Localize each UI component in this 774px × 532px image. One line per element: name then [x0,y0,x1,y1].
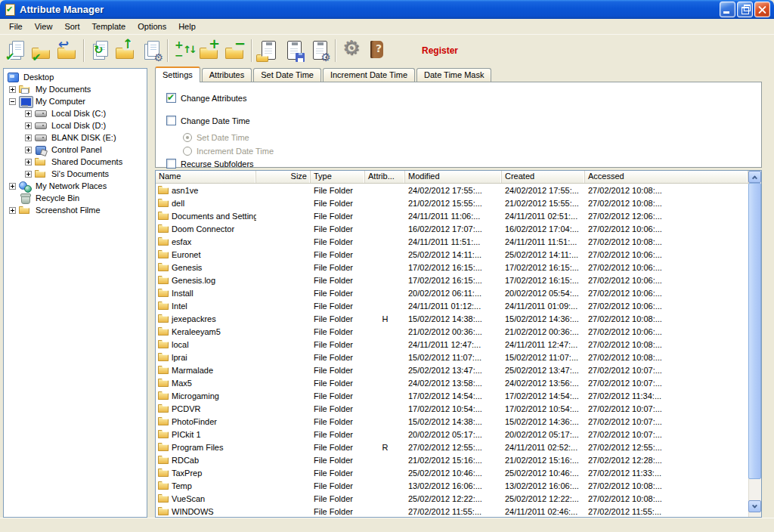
add-folder-button[interactable] [197,37,222,64]
table-row[interactable]: WINDOWS File Folder 27/02/2012 11:55:...… [156,505,748,517]
tree-toggle[interactable] [9,183,16,190]
change-attributes-checkbox[interactable] [166,93,176,103]
table-row[interactable]: PICkit 1 File Folder 20/02/2012 05:17:..… [156,428,748,441]
table-row[interactable]: local File Folder 24/11/2011 12:47:... 2… [156,338,748,351]
file-type-cell: File Folder [311,469,365,478]
column-header-attrib[interactable]: Attrib... [365,171,405,183]
tree-toggle[interactable] [9,86,16,93]
file-name: PhotoFinder [172,417,217,426]
tab-settings[interactable]: Settings [155,66,200,82]
toolbar-button-icon [113,39,138,62]
menu-help[interactable]: Help [172,20,202,32]
tree-toggle[interactable] [25,159,32,165]
table-row[interactable]: esfax File Folder 24/11/2011 11:51:... 2… [156,235,748,248]
table-row[interactable]: Max5 File Folder 24/02/2012 13:58:... 24… [156,376,748,389]
table-row[interactable]: PCDVR File Folder 17/02/2012 10:54:... 1… [156,402,748,415]
tree-item-screenshot-filme[interactable]: Screenshot Filme [5,204,147,216]
table-row[interactable]: Doom Connector File Folder 16/02/2012 17… [156,222,748,235]
menu-sort[interactable]: Sort [58,20,85,32]
table-row[interactable]: Install File Folder 20/02/2012 06:11:...… [156,286,748,299]
table-row[interactable]: asn1ve File Folder 24/02/2012 17:55:... … [156,184,748,196]
tree-toggle[interactable] [25,147,32,153]
scroll-up-button[interactable] [748,171,761,183]
table-row[interactable]: Program Files File Folder R 27/02/2012 1… [156,441,748,453]
minimize-button[interactable] [720,2,735,17]
scrollbar-thumb[interactable] [748,183,761,479]
tree-item-local-disk-c[interactable]: Local Disk (C:) [5,107,147,119]
table-row[interactable]: jexepackres File Folder H 15/02/2012 14:… [156,312,748,325]
table-row[interactable]: Genesis File Folder 17/02/2012 16:15:...… [156,261,748,274]
paste-to-folder-button[interactable] [255,37,280,64]
tree-item-my-computer[interactable]: My Computer [5,95,147,107]
table-row[interactable]: lprai File Folder 15/02/2012 11:07:... 1… [156,351,748,363]
refresh-button[interactable] [87,37,113,64]
recurse-subfolders-checkbox[interactable] [166,159,176,169]
file-name-cell: Genesis.log [156,276,256,285]
restore-button[interactable] [737,2,753,17]
tree-item-shared-documents[interactable]: Shared Documents [5,156,147,168]
column-header-name[interactable]: Name [156,171,256,183]
table-row[interactable]: Euronet File Folder 25/02/2012 14:11:...… [156,248,748,261]
register-link[interactable]: Register [422,45,458,56]
file-name: Doom Connector [172,224,234,234]
menu-view[interactable]: View [29,20,59,32]
options-button[interactable] [339,37,364,64]
file-name: dell [172,199,184,208]
apply-folder-changes-button[interactable] [29,37,54,64]
tree-toggle[interactable] [25,135,32,141]
apply-file-changes-button[interactable] [3,37,29,64]
undo-changes-button[interactable] [54,37,80,64]
table-row[interactable]: PhotoFinder File Folder 15/02/2012 14:38… [156,415,748,428]
table-row[interactable]: RDCab File Folder 21/02/2012 15:16:... 2… [156,453,748,466]
tree-label: Control Panel [50,144,104,155]
tree-toggle[interactable] [9,98,16,105]
tree-toggle[interactable] [25,110,32,117]
save-template-button[interactable] [280,37,306,64]
tree-item-my-network-places[interactable]: My Network Places [5,180,147,192]
change-date-time-checkbox[interactable] [166,116,176,125]
tab-increment-date-time[interactable]: Increment Date Time [323,68,415,82]
template-settings-button[interactable] [306,37,332,64]
tree-item-recycle-bin[interactable]: Recycle Bin [5,192,147,204]
column-header-size[interactable]: Size [256,171,311,183]
file-created-cell: 24/02/2012 17:55:... [502,186,585,195]
column-header-modified[interactable]: Modified [405,171,502,183]
tab-attributes[interactable]: Attributes [202,68,252,82]
tree-item-control-panel[interactable]: Control Panel [5,144,147,156]
table-row[interactable]: dell File Folder 21/02/2012 15:55:... 21… [156,196,748,209]
tree-toggle[interactable] [25,122,32,129]
vertical-scrollbar[interactable] [748,171,761,517]
table-row[interactable]: Temp File Folder 13/02/2012 16:06:... 13… [156,479,748,492]
close-button[interactable] [754,2,770,17]
tab-date-time-mask[interactable]: Date Time Mask [416,68,491,82]
column-header-type[interactable]: Type [311,171,365,183]
process-settings-button[interactable] [138,37,164,64]
tree-item-local-disk-d[interactable]: Local Disk (D:) [5,119,147,131]
table-row[interactable]: Documents and Settings File Folder 24/11… [156,209,748,222]
tree-item-sis-documents[interactable]: Si's Documents [5,168,147,180]
tree-toggle[interactable] [9,207,16,214]
table-row[interactable]: Intel File Folder 24/11/2011 01:12:... 2… [156,299,748,312]
help-button[interactable] [364,37,390,64]
menu-options[interactable]: Options [132,20,172,32]
menu-template[interactable]: Template [86,20,132,32]
tree-item-my-documents[interactable]: My Documents [5,83,147,95]
table-row[interactable]: TaxPrep File Folder 25/02/2012 10:46:...… [156,466,748,479]
table-row[interactable]: Keraleeyam5 File Folder 21/02/2012 00:36… [156,325,748,338]
tree-toggle[interactable] [25,171,32,178]
table-row[interactable]: Marmalade File Folder 25/02/2012 13:47:.… [156,363,748,376]
file-accessed-cell: 27/02/2012 10:08:... [585,199,748,208]
menu-file[interactable]: File [3,20,29,32]
remove-folder-button[interactable] [222,37,248,64]
tree-item-blank-disk-e[interactable]: BLANK DISK (E:) [5,131,147,144]
table-row[interactable]: VueScan File Folder 25/02/2012 12:22:...… [156,492,748,505]
tree-item-desktop[interactable]: Desktop [5,71,147,83]
parent-folder-button[interactable] [113,37,138,64]
table-row[interactable]: Microgaming File Folder 17/02/2012 14:54… [156,389,748,402]
tab-set-date-time[interactable]: Set Date Time [253,68,321,82]
column-header-accessed[interactable]: Accessed [585,171,748,183]
scroll-down-button[interactable] [748,500,761,512]
table-row[interactable]: Genesis.log File Folder 17/02/2012 16:15… [156,274,748,286]
column-header-created[interactable]: Created [502,171,585,183]
increment-decrement-button[interactable] [171,37,197,64]
